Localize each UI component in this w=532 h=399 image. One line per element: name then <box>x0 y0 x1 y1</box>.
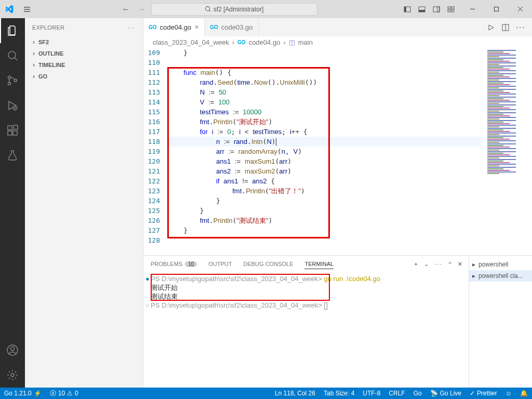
breadcrumbs[interactable]: class_2023_04_04_week› GOcode04.go› ◫mai… <box>143 36 532 48</box>
more-icon[interactable]: ··· <box>516 23 526 32</box>
svg-point-0 <box>205 7 209 11</box>
go-file-icon: GO <box>210 24 218 30</box>
svg-rect-20 <box>14 125 18 129</box>
new-terminal-icon[interactable]: + <box>414 261 417 268</box>
panel-tab-terminal[interactable]: TERMINAL <box>304 259 334 269</box>
status-bell-icon[interactable]: 🔔 <box>516 390 532 397</box>
more-icon[interactable]: ··· <box>128 24 136 31</box>
layout-icons <box>403 5 455 14</box>
svg-rect-11 <box>494 7 498 11</box>
svg-rect-10 <box>451 10 454 12</box>
extensions-icon[interactable] <box>0 118 25 143</box>
explorer-icon[interactable] <box>0 18 25 43</box>
run-icon[interactable] <box>487 23 495 32</box>
terminal-body[interactable]: ●PS D:\mysetup\gopath\src\sf2\class_2023… <box>143 272 469 388</box>
svg-rect-2 <box>404 7 406 12</box>
tab-code03[interactable]: GO code03.go <box>205 18 258 36</box>
status-encoding[interactable]: UTF-8 <box>358 390 384 397</box>
folder-sf2[interactable]: ›SF2 <box>25 36 143 48</box>
svg-rect-18 <box>8 131 12 135</box>
vscode-logo-icon <box>0 5 18 14</box>
close-panel-icon[interactable]: ✕ <box>458 261 462 268</box>
section-outline[interactable]: ›OUTLINE <box>25 48 143 59</box>
more-icon[interactable]: ··· <box>435 261 443 268</box>
section-go[interactable]: ›GO <box>25 71 143 82</box>
sidebar: EXPLORER ··· ›SF2 ›OUTLINE ›TIMELINE ›GO <box>25 18 143 388</box>
terminal-item-powershell-cla[interactable]: ▸powershell cla... <box>469 270 532 282</box>
svg-rect-6 <box>437 7 440 12</box>
accounts-icon[interactable] <box>0 338 25 363</box>
command-center[interactable]: sf2 [Administrator] <box>151 3 317 16</box>
status-prettier[interactable]: ✓Prettier <box>466 390 501 397</box>
panel-tab-problems[interactable]: PROBLEMS10 <box>151 261 197 267</box>
svg-point-22 <box>11 347 15 351</box>
maximize-panel-icon[interactable]: ^ <box>449 261 451 268</box>
menu-icon[interactable] <box>18 5 36 14</box>
svg-rect-8 <box>451 7 454 9</box>
tab-code04[interactable]: GO code04.go ✕ <box>143 18 205 36</box>
status-language[interactable]: Go <box>409 390 426 397</box>
testing-icon[interactable] <box>0 143 25 168</box>
svg-rect-4 <box>419 10 425 12</box>
nav-arrows: ← → <box>122 5 146 14</box>
panel-tab-debug[interactable]: DEBUG CONSOLE <box>244 261 294 267</box>
split-icon[interactable] <box>501 23 510 32</box>
panel-right-icon[interactable] <box>432 5 441 14</box>
svg-point-23 <box>11 374 14 377</box>
panel-left-icon[interactable] <box>403 5 411 14</box>
section-timeline[interactable]: ›TIMELINE <box>25 59 143 71</box>
svg-point-13 <box>8 76 11 79</box>
terminal-dropdown-icon[interactable]: ⌄ <box>424 261 429 268</box>
svg-rect-17 <box>8 126 12 130</box>
line-gutter: 1091101111121131141151161171181191201211… <box>143 48 167 255</box>
search-icon[interactable] <box>0 43 25 68</box>
status-go-version[interactable]: Go 1.21.0⚡ <box>0 390 46 397</box>
status-tabsize[interactable]: Tab Size: 4 <box>320 390 358 397</box>
run-debug-icon[interactable] <box>0 93 25 118</box>
editor-area: GO code04.go ✕ GO code03.go ··· class_20… <box>143 18 532 388</box>
layout-icon[interactable] <box>447 5 455 14</box>
titlebar: ← → sf2 [Administrator] <box>0 0 532 18</box>
code-body[interactable]: } func main() { rand.Seed(time.Now().Uni… <box>167 48 482 255</box>
tab-label: code03.go <box>221 23 253 31</box>
status-cursor[interactable]: Ln 118, Col 26 <box>271 390 320 397</box>
status-problems[interactable]: ⓧ10⚠0 <box>46 389 83 398</box>
status-golive[interactable]: 📡Go Live <box>426 390 466 397</box>
maximize-icon[interactable] <box>484 0 508 18</box>
minimap[interactable] <box>482 48 532 255</box>
minimize-icon[interactable] <box>460 0 484 18</box>
status-eol[interactable]: CRLF <box>384 390 409 397</box>
close-icon[interactable] <box>508 0 532 18</box>
source-control-icon[interactable] <box>0 68 25 93</box>
status-feedback-icon[interactable]: ☺ <box>501 390 516 397</box>
panel-tab-output[interactable]: OUTPUT <box>208 261 232 267</box>
sidebar-header: EXPLORER <box>32 24 64 31</box>
close-icon[interactable]: ✕ <box>194 24 199 31</box>
svg-rect-7 <box>448 7 450 9</box>
svg-point-12 <box>8 51 16 59</box>
svg-rect-9 <box>448 10 450 12</box>
svg-point-15 <box>15 79 17 82</box>
activity-bar <box>0 18 25 388</box>
terminal-item-powershell[interactable]: ▸powershell <box>469 259 532 270</box>
svg-rect-19 <box>13 131 17 135</box>
svg-rect-5 <box>433 7 440 12</box>
panel-bottom-icon[interactable] <box>418 5 426 14</box>
go-file-icon: GO <box>149 24 157 30</box>
forward-icon[interactable]: → <box>138 5 146 14</box>
bottom-panel: PROBLEMS10 OUTPUT DEBUG CONSOLE TERMINAL… <box>143 255 532 388</box>
title-text: sf2 [Administrator] <box>214 6 264 13</box>
statusbar: Go 1.21.0⚡ ⓧ10⚠0 Ln 118, Col 26 Tab Size… <box>0 388 532 399</box>
symbol-icon: ◫ <box>289 38 295 46</box>
editor-tabs: GO code04.go ✕ GO code03.go ··· <box>143 18 532 36</box>
tab-label: code04.go <box>160 23 192 31</box>
settings-gear-icon[interactable] <box>0 363 25 388</box>
terminal-list: ▸powershell ▸powershell cla... <box>469 256 532 388</box>
go-file-icon: GO <box>237 39 246 45</box>
back-icon[interactable]: ← <box>122 5 130 14</box>
svg-point-14 <box>8 83 11 85</box>
